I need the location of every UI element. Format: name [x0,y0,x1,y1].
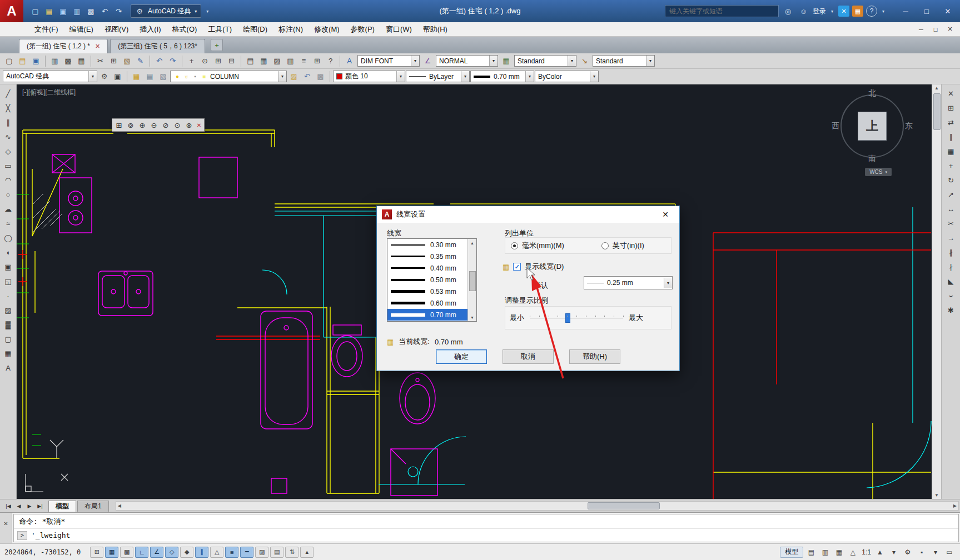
menu-file[interactable]: 文件(F) [29,22,64,37]
saveas-icon[interactable]: ▥ [71,5,83,18]
snap-toggle[interactable]: ▦ [105,547,118,558]
workspace-combo-titlebar[interactable]: ⚙ AutoCAD 经典 ▾ [131,4,201,18]
viewport-controls-label[interactable]: [-][俯视][二维线框] [22,88,76,97]
default-lineweight-combo[interactable]: 0.25 mm ▾ [584,276,673,289]
quick-view-drawings-icon[interactable]: ▦ [833,547,845,558]
erase-tool[interactable]: ✕ [944,87,958,100]
scroll-left-icon[interactable]: ◀ [118,503,121,508]
autocad-logo-icon[interactable]: A [0,0,23,22]
ellipse-tool[interactable]: ◯ [1,231,15,244]
save-icon[interactable]: ▣ [57,5,69,18]
annotation-monitor-toggle[interactable]: ▴ [300,547,314,558]
dropdown-arrow-icon[interactable]: ▾ [568,56,576,66]
quick-view-layouts-icon[interactable]: ▥ [819,547,831,558]
document-tab[interactable]: (第一组) 住宅 ( 1,2 ) *✕ [19,39,108,53]
move-tool[interactable]: + [944,159,958,172]
zoom-realtime-button[interactable]: ⊙ [198,54,211,67]
horizontal-scrollbar[interactable]: ◀ ▶ [116,501,959,511]
inch-radio[interactable] [601,242,609,249]
lineweight-option[interactable]: 0.40 mm [387,262,467,274]
transparency-toggle[interactable]: ▨ [255,547,268,558]
linetype-combo[interactable]: ByLayer ▾ [406,71,470,82]
copy-clip-button[interactable]: ⊞ [107,54,120,67]
maximize-button[interactable]: □ [917,4,937,18]
chevron-down-icon[interactable]: ▾ [195,9,197,14]
menu-insert[interactable]: 插入(I) [134,22,166,37]
layer-filter-icon[interactable]: ▧ [157,70,170,83]
help-button[interactable]: ? [324,54,337,67]
mdi-restore-button[interactable]: □ [929,24,942,34]
lineweight-option[interactable]: 0.60 mm [387,297,467,309]
table-tool[interactable]: ▦ [1,347,15,360]
login-link[interactable]: 登录 [813,7,826,16]
color-combo[interactable]: 颜色 10 ▾ [333,71,405,82]
infer-constraints-toggle[interactable]: ⊞ [90,547,103,558]
ducs-toggle[interactable]: △ [210,547,223,558]
cancel-button[interactable]: 取消 [503,349,554,364]
scroll-up-icon[interactable]: ▲ [934,86,939,91]
next-tab-nav-button[interactable]: ▶ [24,501,34,511]
match-properties-button[interactable]: ✎ [134,54,147,67]
dropdown-arrow-icon[interactable]: ▾ [461,71,469,82]
viewcube-south-label[interactable]: 南 [868,154,876,164]
redo-icon[interactable]: ↷ [112,5,125,18]
otrack-toggle[interactable]: ∥ [195,547,208,558]
break-tool[interactable]: ∤ [944,260,958,273]
save-button[interactable]: ▣ [29,54,42,67]
trim-tool[interactable]: ✂ [944,217,958,230]
vertical-scrollbar[interactable]: ▲ ▼ [932,84,941,499]
menu-dimension[interactable]: 标注(N) [273,22,309,37]
viewcube-east-label[interactable]: 东 [905,121,913,131]
offset-tool[interactable]: ∥ [944,130,958,143]
undo-icon[interactable]: ↶ [98,5,111,18]
pan-button[interactable]: + [185,54,198,67]
open-button[interactable]: ▤ [16,54,29,67]
mdi-minimize-button[interactable]: ─ [914,24,928,34]
dropdown-arrow-icon[interactable]: ▾ [396,71,405,82]
lineweight-listbox[interactable]: 0.30 mm0.35 mm0.40 mm0.50 mm0.53 mm0.60 … [387,238,477,322]
workspace-switching-icon[interactable]: ⚙ [902,547,914,558]
selection-cycling-toggle[interactable]: ⇅ [285,547,299,558]
mtext-tool[interactable]: A [1,361,15,374]
minimize-button[interactable]: ─ [896,4,916,18]
point-tool[interactable]: · [1,289,15,302]
publish-button[interactable]: ▦ [75,54,88,67]
search-input[interactable] [665,5,779,17]
ok-button[interactable]: 确定 [436,349,487,364]
last-tab-nav-button[interactable]: ▶| [35,501,45,511]
cut-button[interactable]: ✂ [94,54,107,67]
mm-radio[interactable] [511,242,518,249]
dropdown-arrow-icon[interactable]: ▾ [646,56,654,66]
menu-view[interactable]: 视图(V) [99,22,134,37]
scroll-up-icon[interactable]: ▲ [470,239,474,247]
pan-mini-icon[interactable]: ⊚ [125,119,136,131]
layer-color-chip[interactable]: ■ [200,72,208,81]
orbit-mini-icon[interactable]: ⊘ [160,119,171,131]
make-block-tool[interactable]: ◱ [1,274,15,288]
menu-window[interactable]: 窗口(W) [380,22,417,37]
command-history[interactable]: 命令: *取消* > '_lweight [13,514,959,542]
prev-tab-nav-button[interactable]: ◀ [14,501,24,511]
command-prompt-icon[interactable]: > [17,531,27,540]
paste-button[interactable]: ▧ [121,54,133,67]
zoom-window-button[interactable]: ⊞ [212,54,225,67]
hatch-tool[interactable]: ▨ [1,303,15,317]
rotate-tool[interactable]: ↻ [944,173,958,187]
wcs-menu[interactable]: WCS ▾ [865,168,892,176]
layer-on-bulb-icon[interactable]: ● [173,72,181,81]
steeringwheel-mini-icon[interactable]: ⊙ [172,119,183,131]
dim-style-combo[interactable]: NORMAL▾ [436,55,498,67]
lineweight-option[interactable]: 0.35 mm [387,251,467,262]
zoom-out-mini-icon[interactable]: ⊖ [148,119,160,131]
array-tool[interactable]: ▦ [944,144,958,158]
circle-tool[interactable]: ○ [1,188,15,201]
tab-close-icon[interactable]: ✕ [95,43,100,50]
undo-button[interactable]: ↶ [153,54,166,67]
menu-help[interactable]: 帮助(H) [417,22,453,37]
scale-tool[interactable]: ↗ [944,188,958,201]
dropdown-arrow-icon[interactable]: ▾ [489,56,498,66]
plot-icon[interactable]: ▩ [84,5,97,18]
polyline-tool[interactable]: ∿ [1,130,15,143]
layout-tab[interactable]: 布局1 [77,501,109,512]
mirror-tool[interactable]: ⇄ [944,116,958,129]
